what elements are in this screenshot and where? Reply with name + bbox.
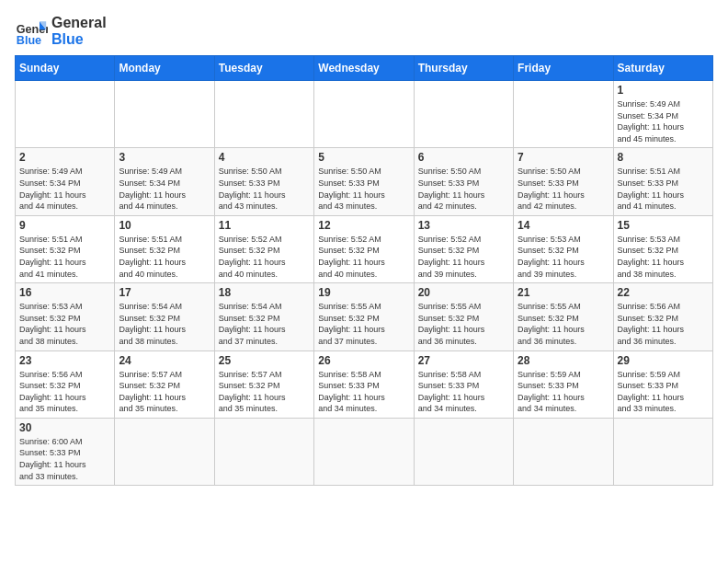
day-info: Sunrise: 5:54 AM Sunset: 5:32 PM Dayligh… <box>119 301 210 347</box>
col-header-saturday: Saturday <box>613 56 712 81</box>
day-number: 11 <box>219 219 310 232</box>
calendar-cell: 30Sunrise: 6:00 AM Sunset: 5:33 PM Dayli… <box>16 418 115 485</box>
col-header-wednesday: Wednesday <box>314 56 414 81</box>
day-number: 8 <box>618 151 709 164</box>
day-info: Sunrise: 5:53 AM Sunset: 5:32 PM Dayligh… <box>19 301 110 347</box>
day-info: Sunrise: 5:51 AM Sunset: 5:32 PM Dayligh… <box>19 234 110 280</box>
day-info: Sunrise: 5:53 AM Sunset: 5:32 PM Dayligh… <box>618 234 709 280</box>
col-header-monday: Monday <box>115 56 214 81</box>
day-number: 12 <box>318 219 409 232</box>
day-info: Sunrise: 5:57 AM Sunset: 5:32 PM Dayligh… <box>219 369 310 415</box>
day-number: 5 <box>318 151 409 164</box>
day-number: 6 <box>418 151 509 164</box>
calendar-cell: 25Sunrise: 5:57 AM Sunset: 5:32 PM Dayli… <box>214 350 313 418</box>
day-number: 4 <box>219 151 310 164</box>
calendar-cell: 8Sunrise: 5:51 AM Sunset: 5:33 PM Daylig… <box>613 148 712 215</box>
day-info: Sunrise: 5:57 AM Sunset: 5:32 PM Dayligh… <box>119 369 210 415</box>
calendar-cell: 27Sunrise: 5:58 AM Sunset: 5:33 PM Dayli… <box>414 350 513 418</box>
calendar-cell <box>613 418 712 485</box>
day-info: Sunrise: 5:49 AM Sunset: 5:34 PM Dayligh… <box>19 166 110 212</box>
day-number: 30 <box>19 421 110 434</box>
svg-text:Blue: Blue <box>17 34 41 47</box>
logo: General Blue General Blue <box>15 15 107 48</box>
day-number: 19 <box>318 286 409 299</box>
calendar-cell: 23Sunrise: 5:56 AM Sunset: 5:32 PM Dayli… <box>16 350 115 418</box>
col-header-friday: Friday <box>514 56 613 81</box>
day-info: Sunrise: 5:50 AM Sunset: 5:33 PM Dayligh… <box>418 166 509 212</box>
calendar-cell <box>514 418 613 485</box>
day-number: 16 <box>19 286 110 299</box>
calendar-cell: 19Sunrise: 5:55 AM Sunset: 5:32 PM Dayli… <box>314 283 414 350</box>
calendar-cell: 11Sunrise: 5:52 AM Sunset: 5:32 PM Dayli… <box>214 215 313 282</box>
col-header-thursday: Thursday <box>414 56 513 81</box>
calendar-cell: 28Sunrise: 5:59 AM Sunset: 5:33 PM Dayli… <box>514 350 613 418</box>
day-number: 18 <box>219 286 310 299</box>
day-number: 25 <box>219 354 310 367</box>
day-info: Sunrise: 5:55 AM Sunset: 5:32 PM Dayligh… <box>418 301 509 347</box>
day-info: Sunrise: 5:52 AM Sunset: 5:32 PM Dayligh… <box>418 234 509 280</box>
calendar-cell <box>16 81 115 148</box>
day-number: 2 <box>19 151 110 164</box>
day-number: 7 <box>518 151 609 164</box>
day-info: Sunrise: 5:50 AM Sunset: 5:33 PM Dayligh… <box>318 166 409 212</box>
day-number: 22 <box>618 286 709 299</box>
calendar-cell: 4Sunrise: 5:50 AM Sunset: 5:33 PM Daylig… <box>214 148 313 215</box>
day-number: 20 <box>418 286 509 299</box>
day-number: 24 <box>119 354 210 367</box>
calendar-cell: 9Sunrise: 5:51 AM Sunset: 5:32 PM Daylig… <box>16 215 115 282</box>
day-info: Sunrise: 5:49 AM Sunset: 5:34 PM Dayligh… <box>618 98 709 144</box>
day-number: 27 <box>418 354 509 367</box>
calendar-cell: 1Sunrise: 5:49 AM Sunset: 5:34 PM Daylig… <box>613 81 712 148</box>
calendar-cell: 17Sunrise: 5:54 AM Sunset: 5:32 PM Dayli… <box>115 283 214 350</box>
day-number: 28 <box>518 354 609 367</box>
calendar-table: SundayMondayTuesdayWednesdayThursdayFrid… <box>15 55 713 486</box>
calendar-cell <box>314 418 414 485</box>
day-info: Sunrise: 5:55 AM Sunset: 5:32 PM Dayligh… <box>518 301 609 347</box>
day-info: Sunrise: 5:49 AM Sunset: 5:34 PM Dayligh… <box>119 166 210 212</box>
calendar-week-5: 23Sunrise: 5:56 AM Sunset: 5:32 PM Dayli… <box>16 350 713 418</box>
calendar-cell <box>214 81 313 148</box>
day-number: 26 <box>318 354 409 367</box>
calendar-cell: 16Sunrise: 5:53 AM Sunset: 5:32 PM Dayli… <box>16 283 115 350</box>
day-number: 15 <box>618 219 709 232</box>
calendar-week-6: 30Sunrise: 6:00 AM Sunset: 5:33 PM Dayli… <box>16 418 713 485</box>
calendar-cell <box>314 81 414 148</box>
day-info: Sunrise: 5:50 AM Sunset: 5:33 PM Dayligh… <box>518 166 609 212</box>
calendar-week-1: 1Sunrise: 5:49 AM Sunset: 5:34 PM Daylig… <box>16 81 713 148</box>
day-info: Sunrise: 5:59 AM Sunset: 5:33 PM Dayligh… <box>618 369 709 415</box>
col-header-tuesday: Tuesday <box>214 56 313 81</box>
day-info: Sunrise: 5:56 AM Sunset: 5:32 PM Dayligh… <box>618 301 709 347</box>
day-info: Sunrise: 5:55 AM Sunset: 5:32 PM Dayligh… <box>318 301 409 347</box>
col-header-sunday: Sunday <box>16 56 115 81</box>
day-info: Sunrise: 5:54 AM Sunset: 5:32 PM Dayligh… <box>219 301 310 347</box>
calendar-week-3: 9Sunrise: 5:51 AM Sunset: 5:32 PM Daylig… <box>16 215 713 282</box>
logo-text-blue: Blue <box>51 31 107 48</box>
day-info: Sunrise: 5:56 AM Sunset: 5:32 PM Dayligh… <box>19 369 110 415</box>
calendar-header-row: SundayMondayTuesdayWednesdayThursdayFrid… <box>16 56 713 81</box>
calendar-cell: 13Sunrise: 5:52 AM Sunset: 5:32 PM Dayli… <box>414 215 513 282</box>
calendar-week-2: 2Sunrise: 5:49 AM Sunset: 5:34 PM Daylig… <box>16 148 713 215</box>
calendar-cell: 12Sunrise: 5:52 AM Sunset: 5:32 PM Dayli… <box>314 215 414 282</box>
day-number: 9 <box>19 219 110 232</box>
calendar-cell <box>214 418 313 485</box>
calendar-cell: 7Sunrise: 5:50 AM Sunset: 5:33 PM Daylig… <box>514 148 613 215</box>
day-info: Sunrise: 5:58 AM Sunset: 5:33 PM Dayligh… <box>418 369 509 415</box>
day-info: Sunrise: 5:59 AM Sunset: 5:33 PM Dayligh… <box>518 369 609 415</box>
calendar-cell: 22Sunrise: 5:56 AM Sunset: 5:32 PM Dayli… <box>613 283 712 350</box>
calendar-cell: 26Sunrise: 5:58 AM Sunset: 5:33 PM Dayli… <box>314 350 414 418</box>
calendar-cell <box>414 418 513 485</box>
calendar-cell: 29Sunrise: 5:59 AM Sunset: 5:33 PM Dayli… <box>613 350 712 418</box>
calendar-cell <box>115 418 214 485</box>
calendar-cell: 24Sunrise: 5:57 AM Sunset: 5:32 PM Dayli… <box>115 350 214 418</box>
calendar-cell <box>414 81 513 148</box>
day-number: 13 <box>418 219 509 232</box>
day-info: Sunrise: 5:51 AM Sunset: 5:32 PM Dayligh… <box>119 234 210 280</box>
day-info: Sunrise: 5:52 AM Sunset: 5:32 PM Dayligh… <box>219 234 310 280</box>
day-number: 3 <box>119 151 210 164</box>
day-info: Sunrise: 6:00 AM Sunset: 5:33 PM Dayligh… <box>19 436 110 482</box>
day-info: Sunrise: 5:51 AM Sunset: 5:33 PM Dayligh… <box>618 166 709 212</box>
page-header: General Blue General Blue <box>15 15 713 48</box>
day-number: 29 <box>618 354 709 367</box>
day-info: Sunrise: 5:52 AM Sunset: 5:32 PM Dayligh… <box>318 234 409 280</box>
calendar-cell: 21Sunrise: 5:55 AM Sunset: 5:32 PM Dayli… <box>514 283 613 350</box>
